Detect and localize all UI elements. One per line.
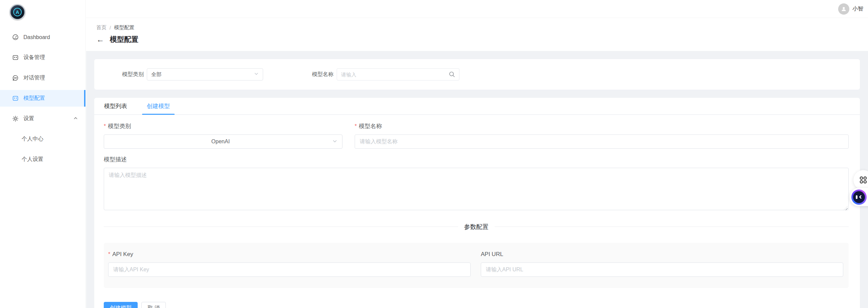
model-category-label: * 模型类别 [104, 122, 342, 130]
required-mark: * [355, 123, 357, 129]
dashboard-icon [12, 34, 19, 40]
filter-card: 模型类别 全部 模型名称 [94, 59, 860, 90]
model-icon [12, 95, 19, 102]
sidebar-item-label: Dashboard [23, 34, 50, 40]
tab-label: 模型列表 [104, 102, 127, 110]
ai-assistant-button[interactable] [850, 188, 868, 206]
label-text: 模型名称 [359, 122, 382, 130]
sidebar-item-label: 模型配置 [23, 95, 45, 102]
tab-bar: 模型列表 创建模型 [94, 98, 860, 115]
sidebar-item-profile-center[interactable]: 个人中心 [0, 131, 85, 147]
filter-name-input[interactable] [337, 68, 459, 80]
model-description-textarea[interactable] [104, 168, 849, 210]
breadcrumb: 首页 / 模型配置 [96, 24, 868, 31]
label-text: API Key [112, 251, 133, 258]
user-menu[interactable]: 小智 [838, 3, 863, 15]
model-description-field [104, 168, 849, 212]
sidebar-item-conversations[interactable]: 对话管理 [0, 70, 85, 86]
api-url-input[interactable] [481, 262, 843, 277]
params-divider: 参数配置 [104, 223, 849, 230]
cancel-button[interactable]: 取 消 [141, 302, 166, 308]
filter-name-label: 模型名称 [308, 71, 334, 78]
sidebar-item-label: 个人中心 [22, 135, 43, 143]
tab-model-list[interactable]: 模型列表 [99, 98, 132, 114]
breadcrumb-separator: / [110, 25, 111, 31]
chat-bubble-icon [12, 75, 19, 81]
logo-letter: A [13, 8, 22, 16]
page-title: 模型配置 [110, 35, 138, 44]
api-key-label: * API Key [108, 251, 471, 258]
sidebar-item-profile-settings[interactable]: 个人设置 [0, 151, 85, 168]
grid-icon [859, 176, 868, 184]
sidebar-item-settings[interactable]: 设置 [0, 110, 85, 127]
page-header: 首页 / 模型配置 ← 模型配置 [86, 18, 868, 51]
filter-category-label: 模型类别 [113, 71, 144, 78]
user-name: 小智 [852, 5, 863, 13]
filter-name-field [337, 68, 459, 80]
filter-category-value: 全部 [151, 71, 254, 78]
breadcrumb-home[interactable]: 首页 [96, 24, 106, 31]
filter-category-select[interactable]: 全部 [147, 68, 263, 80]
model-category-select[interactable]: OpenAI [104, 134, 342, 149]
sidebar-item-dashboard[interactable]: Dashboard [0, 29, 85, 46]
sidebar-menu: Dashboard 设备管理 对话管理 模型配置 [0, 29, 85, 171]
breadcrumb-current: 模型配置 [114, 24, 134, 31]
model-category-value: OpenAI [109, 139, 332, 145]
search-icon[interactable] [449, 71, 455, 78]
model-config-card: 模型列表 创建模型 * 模型类别 OpenAI [94, 98, 860, 308]
sidebar-item-devices[interactable]: 设备管理 [0, 49, 85, 66]
model-name-label: * 模型名称 [355, 122, 849, 130]
top-header: 小智 [86, 0, 868, 18]
label-text: 模型类别 [108, 122, 131, 130]
robot-icon [851, 189, 867, 205]
model-description-label: 模型描述 [104, 156, 849, 163]
gear-icon [12, 115, 19, 122]
model-name-input[interactable] [355, 134, 849, 149]
sidebar-item-label: 个人设置 [22, 156, 43, 163]
api-url-label: API URL [481, 251, 843, 258]
sidebar-item-label: 设置 [23, 115, 34, 122]
back-icon[interactable]: ← [96, 36, 104, 43]
tab-label: 创建模型 [147, 102, 170, 110]
api-key-input[interactable] [108, 262, 471, 277]
label-text: 模型描述 [104, 156, 127, 163]
tab-create-model[interactable]: 创建模型 [142, 98, 175, 114]
create-model-button[interactable]: 创建模型 [104, 302, 138, 308]
content-area: 模型类别 全部 模型名称 模型列表 创建模 [86, 51, 868, 308]
chevron-up-icon [73, 116, 78, 122]
params-divider-title: 参数配置 [458, 223, 495, 231]
create-model-form: * 模型类别 OpenAI * 模型名称 [94, 115, 860, 308]
app-window: A Dashboard 设备管理 对话管理 [0, 0, 868, 308]
sidebar-item-label: 对话管理 [23, 74, 45, 81]
chevron-down-icon [254, 71, 259, 77]
user-avatar-icon [838, 3, 849, 15]
sidebar-item-label: 设备管理 [23, 54, 45, 61]
device-icon [12, 54, 19, 61]
sidebar-item-model-config[interactable]: 模型配置 [0, 90, 85, 107]
params-panel: * API Key API URL [104, 243, 849, 288]
label-text: API URL [481, 251, 503, 258]
required-mark: * [104, 123, 106, 129]
sidebar: A Dashboard 设备管理 对话管理 [0, 0, 86, 308]
app-logo: A [9, 4, 25, 20]
required-mark: * [108, 251, 110, 257]
chevron-down-icon [332, 139, 337, 145]
form-actions: 创建模型 取 消 [104, 302, 849, 308]
